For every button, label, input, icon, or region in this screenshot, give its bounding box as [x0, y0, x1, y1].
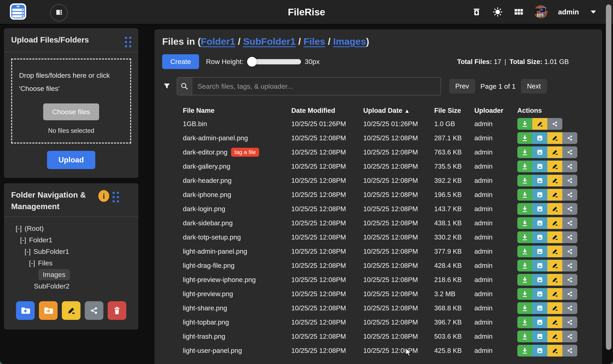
- file-name[interactable]: light-trash.png: [183, 333, 225, 340]
- folder-tree-item[interactable]: SubFolder2: [8, 280, 134, 292]
- slider-thumb[interactable]: [247, 57, 257, 67]
- tree-collapse-toggle[interactable]: [-]: [25, 247, 31, 256]
- file-name[interactable]: dark-editor.png: [183, 148, 227, 156]
- tree-folder-label[interactable]: SubFolder1: [33, 247, 69, 256]
- file-name[interactable]: light-preview.png: [183, 290, 233, 298]
- share-button[interactable]: [562, 302, 577, 314]
- download-button[interactable]: [517, 175, 532, 186]
- folder-tree-item[interactable]: [-] (Root): [8, 223, 134, 234]
- file-tag-badge[interactable]: tag a file: [231, 148, 259, 157]
- upload-button[interactable]: Upload: [47, 151, 95, 169]
- download-button[interactable]: [517, 331, 532, 342]
- edit-button[interactable]: [547, 302, 562, 314]
- folder-tree-item[interactable]: [-] Folder1: [8, 234, 134, 246]
- share-button[interactable]: [562, 316, 577, 328]
- restore-trash-button[interactable]: [471, 6, 482, 18]
- share-button[interactable]: [562, 274, 577, 286]
- info-icon[interactable]: i: [98, 190, 109, 202]
- share-button[interactable]: [562, 217, 577, 229]
- share-folder-button[interactable]: [85, 301, 103, 320]
- edit-button[interactable]: [547, 246, 562, 257]
- file-name[interactable]: dark-gallery.png: [183, 163, 230, 170]
- preview-button[interactable]: [532, 146, 547, 158]
- file-name[interactable]: dark-header.png: [183, 177, 232, 184]
- username-label[interactable]: admin: [558, 8, 579, 16]
- folder-tree-item[interactable]: [-] Files: [8, 257, 134, 269]
- share-button[interactable]: [562, 132, 577, 144]
- share-button[interactable]: [562, 189, 577, 201]
- breadcrumb-link-subfolder1[interactable]: SubFolder1: [243, 36, 296, 47]
- share-button[interactable]: [562, 161, 577, 172]
- col-file-size[interactable]: File Size: [434, 107, 474, 114]
- preview-button[interactable]: [532, 260, 547, 272]
- download-button[interactable]: [517, 274, 532, 286]
- preview-button[interactable]: [532, 161, 547, 172]
- edit-button[interactable]: [547, 274, 562, 286]
- preview-button[interactable]: [532, 274, 547, 286]
- folder-tree-item[interactable]: [-] SubFolder1: [8, 246, 134, 257]
- share-button[interactable]: [562, 246, 577, 257]
- file-name[interactable]: light-admin-panel.png: [183, 247, 247, 255]
- search-input[interactable]: [192, 78, 441, 95]
- edit-button[interactable]: [532, 118, 547, 130]
- download-button[interactable]: [517, 316, 532, 328]
- file-name[interactable]: light-preview-iphone.png: [183, 276, 256, 284]
- share-button[interactable]: [562, 331, 577, 342]
- tree-folder-label[interactable]: Files: [38, 259, 53, 267]
- create-folder-button[interactable]: [16, 301, 35, 320]
- file-name[interactable]: dark-sidebar.png: [183, 219, 233, 227]
- edit-button[interactable]: [547, 146, 562, 158]
- chevron-down-icon[interactable]: [591, 11, 596, 13]
- file-name[interactable]: light-drag-file.png: [183, 262, 235, 270]
- tree-folder-label[interactable]: Folder1: [29, 236, 52, 244]
- edit-button[interactable]: [547, 260, 562, 272]
- download-button[interactable]: [517, 302, 532, 314]
- preview-button[interactable]: [532, 203, 547, 215]
- breadcrumb-link-images[interactable]: Images: [333, 36, 366, 47]
- preview-button[interactable]: [532, 231, 547, 243]
- col-upload-date[interactable]: Upload Date▲: [363, 107, 434, 114]
- edit-button[interactable]: [547, 175, 562, 186]
- prev-page-button[interactable]: Prev: [449, 79, 475, 93]
- download-button[interactable]: [517, 345, 532, 356]
- edit-button[interactable]: [547, 217, 562, 229]
- file-dropzone[interactable]: Drop files/folders here or click 'Choose…: [11, 59, 131, 143]
- share-button[interactable]: [562, 231, 577, 243]
- file-name[interactable]: dark-admin-panel.png: [183, 134, 248, 142]
- tree-collapse-toggle[interactable]: [-]: [29, 259, 35, 267]
- preview-button[interactable]: [532, 288, 547, 300]
- download-button[interactable]: [517, 260, 532, 272]
- edit-button[interactable]: [547, 203, 562, 215]
- download-button[interactable]: [517, 288, 532, 300]
- preview-button[interactable]: [532, 302, 547, 314]
- preview-button[interactable]: [532, 175, 547, 186]
- download-button[interactable]: [517, 246, 532, 257]
- tree-collapse-toggle[interactable]: [-]: [20, 236, 26, 244]
- next-page-button[interactable]: Next: [521, 79, 547, 93]
- preview-button[interactable]: [532, 331, 547, 342]
- drag-handle-icon[interactable]: [112, 192, 119, 203]
- apps-grid-button[interactable]: [513, 6, 524, 18]
- breadcrumb-link-files[interactable]: Files: [304, 36, 325, 47]
- download-button[interactable]: [517, 203, 532, 215]
- folder-tree-item[interactable]: Images: [8, 269, 134, 280]
- file-name[interactable]: light-user-panel.png: [183, 347, 242, 354]
- file-name[interactable]: 1GB.bin: [183, 120, 207, 128]
- edit-button[interactable]: [547, 132, 562, 144]
- edit-button[interactable]: [547, 189, 562, 201]
- edit-button[interactable]: [547, 288, 562, 300]
- share-button[interactable]: [562, 203, 577, 215]
- download-button[interactable]: [517, 161, 532, 172]
- download-button[interactable]: [517, 231, 532, 243]
- create-button[interactable]: Create: [162, 54, 199, 69]
- edit-button[interactable]: [547, 345, 562, 356]
- preview-button[interactable]: [532, 316, 547, 328]
- download-button[interactable]: [517, 132, 532, 144]
- share-button[interactable]: [562, 175, 577, 186]
- preview-button[interactable]: [532, 345, 547, 356]
- download-button[interactable]: [517, 146, 532, 158]
- col-date-modified[interactable]: Date Modified: [291, 107, 363, 114]
- share-button[interactable]: [547, 118, 562, 130]
- breadcrumb-link-folder1[interactable]: Folder1: [201, 36, 235, 47]
- avatar[interactable]: [534, 5, 547, 19]
